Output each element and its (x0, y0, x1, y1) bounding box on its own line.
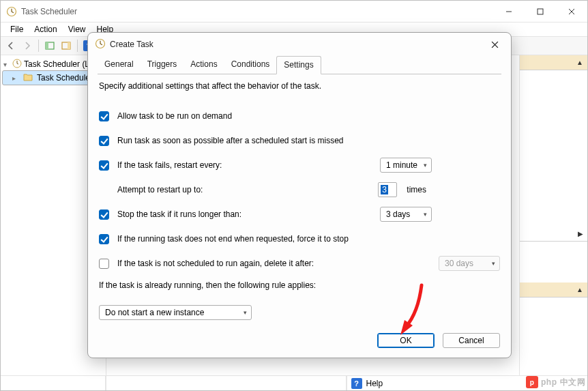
row-attempt-restart: Attempt to restart up to: 3 times (99, 182, 500, 197)
maximize-button[interactable] (525, 1, 556, 22)
label-attempt-suffix: times (407, 185, 426, 194)
label-stop-longer: Stop the task if it runs longer than: (117, 209, 380, 219)
svg-rect-5 (68, 42, 70, 49)
select-stop-longer[interactable]: 3 days ▾ (380, 207, 432, 222)
watermark: p php 中文网 (526, 376, 585, 388)
tab-strip: General Triggers Actions Conditions Sett… (88, 56, 511, 74)
label-force-stop: If the running task does not end when re… (117, 234, 500, 244)
dialog-titlebar[interactable]: Create Task (88, 33, 511, 56)
app-clock-icon (6, 6, 17, 17)
row-delete-after: If the task is not scheduled to run agai… (99, 256, 500, 271)
chevron-up-icon: ▲ (576, 286, 583, 293)
chevron-down-icon: ▾ (492, 260, 495, 267)
watermark-logo-icon: p (526, 376, 538, 388)
chevron-up-icon: ▲ (576, 59, 583, 66)
main-title: Task Scheduler (21, 7, 493, 16)
row-allow-on-demand: Allow task to be run on demand (99, 108, 500, 124)
dialog-title: Create Task (110, 40, 481, 49)
checkbox-run-asap[interactable] (99, 136, 109, 146)
select-running-rule-value: Do not start a new instance (105, 308, 204, 317)
checkbox-stop-longer[interactable] (99, 209, 109, 220)
svg-rect-3 (46, 42, 48, 49)
checkbox-allow-on-demand[interactable] (99, 111, 109, 121)
ok-button[interactable]: OK (377, 333, 435, 348)
tab-general[interactable]: General (98, 56, 141, 74)
label-rule-intro: If the task is already running, then the… (99, 280, 316, 290)
settings-panel: Specify additional settings that affect … (88, 74, 511, 326)
show-hide-tree-button[interactable] (42, 38, 57, 53)
dialog-clock-icon (95, 38, 106, 51)
menu-view[interactable]: View (63, 23, 91, 35)
label-restart-every: If the task fails, restart every: (117, 160, 380, 170)
status-mid (109, 376, 347, 390)
row-restart-every: If the task fails, restart every: 1 minu… (99, 158, 500, 173)
clock-icon (12, 58, 23, 71)
tree-child-label: Task Schedule (37, 73, 90, 83)
dialog-button-bar: OK Cancel (88, 326, 511, 358)
show-hide-action-button[interactable] (59, 38, 74, 53)
watermark-text: 中文网 (560, 377, 586, 388)
input-attempt-count[interactable]: 3 (378, 182, 397, 197)
help-icon: ? (351, 378, 362, 389)
label-allow-on-demand: Allow task to be run on demand (117, 111, 500, 121)
cancel-button[interactable]: Cancel (443, 333, 500, 348)
row-rule-intro: If the task is already running, then the… (99, 278, 500, 293)
minimize-button[interactable] (493, 1, 525, 22)
watermark-prefix: php (541, 377, 557, 387)
actions-collapse-2[interactable]: ▲ (520, 283, 587, 298)
create-task-dialog: Create Task General Triggers Actions Con… (87, 32, 512, 358)
status-help-label: Help (366, 379, 383, 388)
chevron-right-icon: ▶ (578, 230, 583, 237)
tab-settings[interactable]: Settings (276, 56, 321, 74)
toolbar-separator (77, 40, 78, 52)
checkbox-restart-every[interactable] (99, 160, 109, 171)
expand-icon[interactable]: ▸ (12, 74, 19, 82)
tree-root-label: Task Scheduler (L (24, 59, 89, 69)
chevron-down-icon: ▾ (424, 162, 427, 169)
select-restart-interval-value: 1 minute (386, 160, 417, 170)
folder-icon (23, 72, 33, 84)
label-delete-after: If the task is not scheduled to run agai… (117, 259, 439, 268)
select-restart-interval[interactable]: 1 minute ▾ (380, 158, 432, 173)
status-bar: ? Help (1, 375, 587, 390)
collapse-icon[interactable]: ▾ (3, 61, 10, 68)
tab-triggers[interactable]: Triggers (141, 56, 184, 74)
select-stop-longer-value: 3 days (386, 209, 410, 219)
actions-pane: ▲ ▶ ▲ (519, 55, 587, 375)
svg-rect-1 (538, 9, 543, 14)
input-attempt-count-value: 3 (381, 185, 388, 194)
nav-back-button[interactable] (3, 38, 18, 53)
menu-action[interactable]: Action (29, 23, 62, 35)
select-delete-after: 30 days ▾ (439, 256, 500, 271)
checkbox-delete-after[interactable] (99, 259, 109, 269)
dialog-close-button[interactable] (481, 35, 508, 54)
select-delete-after-value: 30 days (445, 259, 473, 268)
row-run-asap: Run task as soon as possible after a sch… (99, 133, 500, 148)
tab-conditions[interactable]: Conditions (224, 56, 277, 74)
nav-forward-button[interactable] (20, 38, 35, 53)
window-controls (493, 1, 587, 22)
toolbar-separator (38, 40, 39, 52)
row-stop-longer: Stop the task if it runs longer than: 3 … (99, 207, 500, 222)
row-force-stop: If the running task does not end when re… (99, 231, 500, 246)
label-attempt-restart: Attempt to restart up to: (117, 185, 378, 194)
label-run-asap: Run task as soon as possible after a sch… (117, 136, 500, 145)
status-left (1, 376, 106, 390)
select-running-rule[interactable]: Do not start a new instance ▾ (99, 305, 252, 320)
chevron-down-icon: ▾ (424, 211, 427, 218)
actions-expand[interactable]: ▶ (520, 227, 587, 242)
chevron-down-icon: ▾ (244, 309, 247, 316)
menu-file[interactable]: File (5, 23, 29, 35)
main-titlebar[interactable]: Task Scheduler (1, 1, 587, 23)
actions-collapse-1[interactable]: ▲ (520, 55, 587, 70)
tab-actions[interactable]: Actions (183, 56, 224, 74)
checkbox-force-stop[interactable] (99, 234, 109, 244)
close-button[interactable] (556, 1, 587, 22)
settings-intro: Specify additional settings that affect … (99, 81, 500, 91)
row-rule-select: Do not start a new instance ▾ (99, 305, 500, 320)
